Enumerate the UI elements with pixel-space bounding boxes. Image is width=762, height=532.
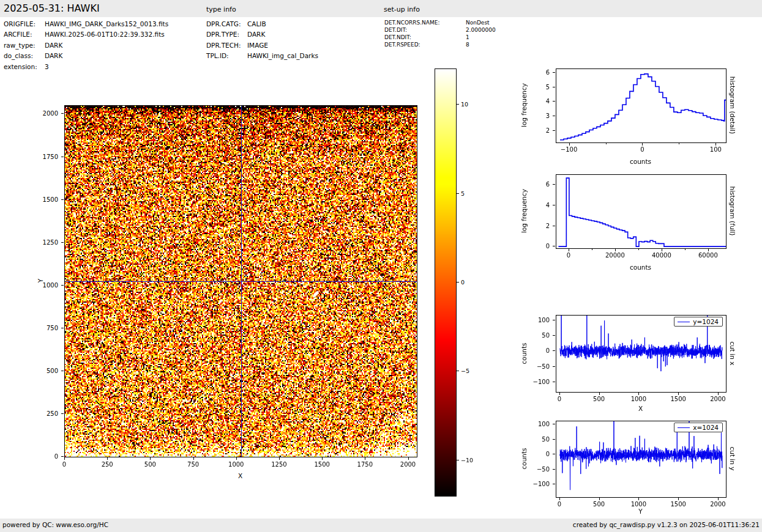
tick-label: 40000 [643,252,680,259]
info-label: DPR.TECH: [206,42,247,49]
tick-mark [559,498,560,500]
info-value: 2.0000000 [466,27,496,33]
tick-mark [553,101,555,102]
tick-label: 1250 [29,238,58,245]
tick-label: 0 [520,243,550,249]
setup-info-row: DET.NCORRS.NAME:NonDest [384,20,496,27]
cut_y-legend: x=1024 [674,423,723,432]
info-value: DARK [45,52,62,59]
tick-mark [553,484,555,484]
tick-mark [662,249,662,251]
tick-label: 0 [46,461,83,468]
tick-mark [678,498,679,500]
footer-right-text: created by qc_rawdisp.py v1.2.3 on 2025-… [573,521,760,528]
info-label: ORIGFILE: [4,20,45,28]
tick-mark [457,282,459,283]
tick-mark [408,457,409,460]
tick-label: 1500 [660,501,697,508]
tick-label: 0 [624,146,660,153]
cut_x-legend: y=1024 [674,317,723,327]
tick-label: 500 [581,396,618,402]
tick-mark [615,249,616,251]
tick-label: 500 [132,461,168,468]
tick-label: 2000 [390,461,427,468]
hist_full-ylabel: log frequency [520,189,528,233]
tick-label: 0 [550,252,587,259]
tick-label: 750 [29,324,58,331]
tick-label: 6 [520,180,550,187]
legend-line-sample [678,322,690,322]
cut-in-y-plot [556,421,726,497]
info-label: raw_type: [4,42,45,49]
tick-mark [553,246,555,246]
tick-label: Y [622,508,659,515]
tick-label: 250 [29,410,58,416]
legend-line-sample [678,427,690,428]
info-value: HAWKI_IMG_DARK_Darks152_0013.fits [45,20,168,28]
info-label: DET.NDIT: [384,34,466,40]
legend-label: x=1024 [693,424,719,431]
tick-label: X [622,405,659,412]
colorbar-tick-label: 0 [461,279,465,286]
tick-mark [679,143,679,144]
tick-label: counts [622,158,659,165]
type-info-row: DPR.CATG:CALIB [206,20,318,31]
cut_x-side-label: cut in x [729,341,736,365]
file-info-row: ARCFILE:HAWKI.2025-06-01T10:22:39.332.fi… [4,31,168,41]
tick-label: 20000 [597,252,633,259]
tick-mark [457,371,459,371]
histogram-detail-frame [556,68,727,143]
file-info-row: raw_type:DARK [4,42,168,52]
tick-label: 1000 [620,501,657,508]
tick-label: 1500 [304,461,340,468]
info-label: ARCFILE: [4,31,45,38]
tick-mark [61,157,64,157]
tick-label: 1250 [261,461,297,468]
tick-label: 6 [520,68,550,75]
file-info-row: extension:3 [4,63,168,73]
tick-mark [457,193,459,194]
qc-report-page: 2025-05-31: HAWKI type info set-up info … [0,0,762,532]
dark-frame-image [65,106,417,457]
hist_detail-ylabel: log frequency [520,83,528,127]
hist_detail-side-label: histogram (detail) [729,76,736,134]
info-value: NonDest [466,20,490,26]
tick-mark [61,113,64,114]
info-value: HAWKI_img_cal_Darks [247,52,318,59]
setup-info-block: DET.NCORRS.NAME:NonDest DET.DIT:2.000000… [384,20,496,49]
tick-mark [678,393,679,395]
tick-label: 2000 [700,396,736,402]
tick-label: 250 [89,461,125,468]
tick-label: 50 [520,332,550,339]
tick-mark [599,498,600,500]
file-info-row: do_class:DARK [4,52,168,62]
tick-mark [553,184,555,185]
histogram-detail-plot [556,69,726,142]
info-value: DARK [45,42,62,49]
colorbar-tick-label: −10 [461,456,473,463]
tick-label: 100 [520,317,550,323]
tick-mark [553,72,555,73]
info-label: TPL.ID: [206,52,247,59]
tick-label: 60000 [690,252,727,259]
tick-label: 2000 [29,110,58,117]
tick-mark [642,143,643,146]
cut_y-side-label: cut in y [729,446,736,470]
tick-mark [553,454,555,454]
tick-mark [638,393,639,395]
histogram-full-frame [556,174,727,249]
tick-mark [553,116,555,116]
tick-label: counts [622,264,659,271]
tick-mark [553,382,555,382]
file-info-block: ORIGFILE:HAWKI_IMG_DARK_Darks152_0013.fi… [4,20,168,73]
tick-label: 2 [520,127,550,133]
tick-mark [569,249,569,251]
type-info-row: DPR.TECH:IMAGE [206,42,318,52]
tick-label: −100 [520,378,550,385]
tick-mark [61,199,64,200]
setup-info-row: DET.NDIT:1 [384,34,496,42]
colorbar [435,69,456,496]
cut_y-ylabel: counts [520,448,528,469]
legend-label: y=1024 [693,318,719,325]
tick-mark [559,393,560,395]
